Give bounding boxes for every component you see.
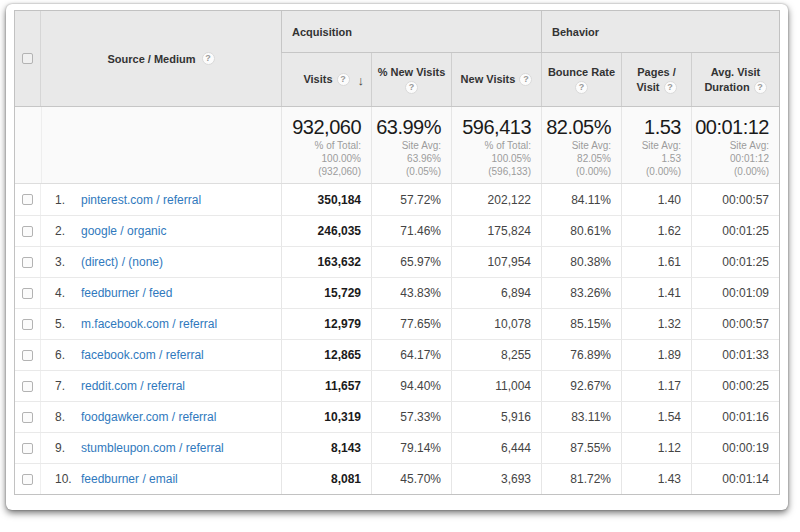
help-icon[interactable]: ? bbox=[519, 73, 532, 86]
new-visits-value: 6,894 bbox=[451, 278, 541, 308]
avg-visit-duration-value: 00:01:25 bbox=[691, 247, 779, 277]
row-checkbox-cell bbox=[15, 216, 41, 246]
source-medium-link[interactable]: google / organic bbox=[81, 224, 166, 238]
visits-value: 163,632 bbox=[281, 247, 371, 277]
pages-per-visit-value: 1.61 bbox=[621, 247, 691, 277]
pct-new-visits-value: 43.83% bbox=[371, 278, 451, 308]
source-medium-table: Source / Medium ? Acquisition Behavior V… bbox=[14, 10, 780, 495]
row-rank: 8. bbox=[55, 410, 81, 424]
summary-sub-line: (0.00%) bbox=[542, 166, 611, 178]
row-source-cell: 7. reddit.com / referral bbox=[41, 371, 281, 401]
column-header-visits[interactable]: Visits ? ↓ bbox=[281, 53, 371, 106]
source-medium-link[interactable]: facebook.com / referral bbox=[81, 348, 204, 362]
duration-label-line1: Avg. Visit bbox=[711, 66, 761, 79]
bounce-rate-value: 80.61% bbox=[541, 216, 621, 246]
header-checkbox-cell bbox=[15, 11, 41, 106]
source-medium-link[interactable]: feedburner / feed bbox=[81, 286, 172, 300]
summary-visits: 932,060 % of Total: 100.00% (932,060) bbox=[281, 107, 371, 183]
row-source-cell: 1. pinterest.com / referral bbox=[41, 184, 281, 215]
summary-checkbox-cell bbox=[15, 107, 41, 183]
bounce-rate-value: 87.55% bbox=[541, 433, 621, 463]
row-checkbox-cell bbox=[15, 247, 41, 277]
summary-sub-line: 82.05% bbox=[542, 153, 611, 165]
new-visits-value: 175,824 bbox=[451, 216, 541, 246]
avg-visit-duration-value: 00:00:19 bbox=[691, 433, 779, 463]
source-medium-link[interactable]: reddit.com / referral bbox=[81, 379, 185, 393]
pct-new-visits-value: 64.17% bbox=[371, 340, 451, 370]
new-visits-value: 5,916 bbox=[451, 402, 541, 432]
summary-new-visits: 596,413 % of Total: 100.05% (596,133) bbox=[451, 107, 541, 183]
summary-sub-line: Site Avg: bbox=[692, 140, 769, 152]
row-checkbox[interactable] bbox=[22, 288, 33, 299]
table-body: 1. pinterest.com / referral 350,184 57.7… bbox=[15, 184, 779, 494]
column-header-bounce-rate[interactable]: Bounce Rate ? bbox=[541, 53, 621, 106]
help-icon[interactable]: ? bbox=[405, 81, 418, 94]
help-icon[interactable]: ? bbox=[337, 73, 350, 86]
row-checkbox[interactable] bbox=[22, 194, 33, 205]
summary-sub-line: (0.00%) bbox=[692, 166, 769, 178]
help-icon[interactable]: ? bbox=[575, 81, 588, 94]
summary-pages-value: 1.53 bbox=[622, 116, 681, 139]
source-medium-link[interactable]: (direct) / (none) bbox=[81, 255, 163, 269]
visits-value: 350,184 bbox=[281, 184, 371, 215]
row-rank: 3. bbox=[55, 255, 81, 269]
row-checkbox-cell bbox=[15, 371, 41, 401]
row-checkbox[interactable] bbox=[22, 412, 33, 423]
table-row: 3. (direct) / (none) 163,632 65.97% 107,… bbox=[15, 246, 779, 277]
pct-new-visits-value: 57.33% bbox=[371, 402, 451, 432]
summary-visits-value: 932,060 bbox=[282, 116, 361, 139]
summary-pct-new-visits: 63.99% Site Avg: 63.96% (0.05%) bbox=[371, 107, 451, 183]
help-icon[interactable]: ? bbox=[202, 52, 215, 65]
bounce-rate-value: 76.89% bbox=[541, 340, 621, 370]
help-icon[interactable]: ? bbox=[754, 81, 767, 94]
new-visits-value: 8,255 bbox=[451, 340, 541, 370]
row-rank: 10. bbox=[55, 472, 81, 486]
row-checkbox[interactable] bbox=[22, 319, 33, 330]
bounce-rate-value: 83.26% bbox=[541, 278, 621, 308]
row-rank: 2. bbox=[55, 224, 81, 238]
row-checkbox-cell bbox=[15, 309, 41, 339]
column-header-source-medium[interactable]: Source / Medium ? bbox=[41, 11, 281, 106]
source-medium-link[interactable]: stumbleupon.com / referral bbox=[81, 441, 224, 455]
pages-per-visit-value: 1.62 bbox=[621, 216, 691, 246]
row-checkbox[interactable] bbox=[22, 381, 33, 392]
source-medium-link[interactable]: m.facebook.com / referral bbox=[81, 317, 217, 331]
summary-duration-value: 00:01:12 bbox=[692, 116, 769, 139]
help-icon[interactable]: ? bbox=[664, 81, 677, 94]
table-row: 1. pinterest.com / referral 350,184 57.7… bbox=[15, 184, 779, 215]
row-checkbox[interactable] bbox=[22, 226, 33, 237]
bounce-rate-label: Bounce Rate bbox=[548, 66, 615, 79]
header-right: Acquisition Behavior Visits ? ↓ % New Vi… bbox=[281, 11, 779, 106]
group-header-behavior: Behavior bbox=[541, 11, 779, 52]
column-header-new-visits[interactable]: New Visits ? bbox=[451, 53, 541, 106]
column-header-pct-new-visits[interactable]: % New Visits ? bbox=[371, 53, 451, 106]
table-row: 6. facebook.com / referral 12,865 64.17%… bbox=[15, 339, 779, 370]
table-row: 10. feedburner / email 8,081 45.70% 3,69… bbox=[15, 463, 779, 494]
avg-visit-duration-value: 00:01:25 bbox=[691, 216, 779, 246]
row-rank: 6. bbox=[55, 348, 81, 362]
summary-bounce-value: 82.05% bbox=[542, 116, 611, 139]
bounce-rate-value: 80.38% bbox=[541, 247, 621, 277]
row-checkbox-cell bbox=[15, 340, 41, 370]
summary-source-cell bbox=[41, 107, 281, 183]
summary-avg-visit-duration: 00:01:12 Site Avg: 00:01:12 (0.00%) bbox=[691, 107, 779, 183]
row-checkbox[interactable] bbox=[22, 350, 33, 361]
source-medium-link[interactable]: pinterest.com / referral bbox=[81, 193, 201, 207]
row-checkbox[interactable] bbox=[22, 443, 33, 454]
source-medium-link[interactable]: feedburner / email bbox=[81, 472, 178, 486]
column-header-avg-visit-duration[interactable]: Avg. Visit Duration ? bbox=[691, 53, 779, 106]
select-all-checkbox[interactable] bbox=[22, 53, 33, 64]
visits-value: 15,729 bbox=[281, 278, 371, 308]
row-rank: 9. bbox=[55, 441, 81, 455]
summary-sub-line: (0.00%) bbox=[622, 166, 681, 178]
row-checkbox[interactable] bbox=[22, 474, 33, 485]
analytics-table-card: Source / Medium ? Acquisition Behavior V… bbox=[6, 4, 788, 510]
row-checkbox[interactable] bbox=[22, 257, 33, 268]
column-header-pages-per-visit[interactable]: Pages / Visit ? bbox=[621, 53, 691, 106]
pages-per-visit-value: 1.40 bbox=[621, 184, 691, 215]
source-medium-link[interactable]: foodgawker.com / referral bbox=[81, 410, 216, 424]
summary-sub-line: (0.05%) bbox=[372, 166, 441, 178]
bounce-rate-value: 92.67% bbox=[541, 371, 621, 401]
row-rank: 4. bbox=[55, 286, 81, 300]
pages-per-visit-value: 1.43 bbox=[621, 464, 691, 494]
